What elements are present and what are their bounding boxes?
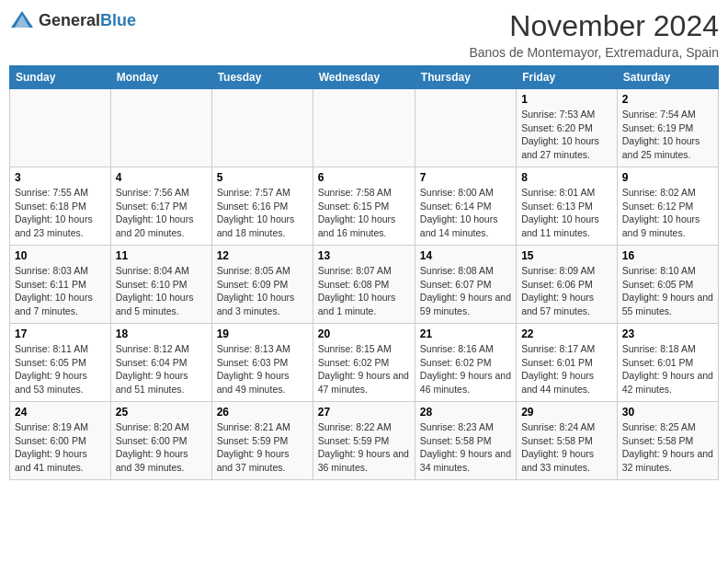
col-header-thursday: Thursday [415,66,516,89]
calendar-week-row: 1Sunrise: 7:53 AMSunset: 6:20 PMDaylight… [10,89,719,167]
day-number: 20 [318,327,410,340]
calendar-cell [313,89,415,167]
day-number: 1 [521,93,612,106]
day-info: Sunrise: 8:13 AMSunset: 6:03 PMDaylight:… [217,342,308,396]
day-info: Sunrise: 7:58 AMSunset: 6:15 PMDaylight:… [318,186,410,240]
month-title: November 2024 [469,9,719,43]
location-subtitle: Banos de Montemayor, Extremadura, Spain [469,45,719,60]
col-header-tuesday: Tuesday [211,66,313,89]
calendar-cell: 5Sunrise: 7:57 AMSunset: 6:16 PMDaylight… [211,167,313,246]
calendar-cell: 13Sunrise: 8:07 AMSunset: 6:08 PMDayligh… [313,246,415,324]
calendar-cell: 14Sunrise: 8:08 AMSunset: 6:07 PMDayligh… [415,246,516,324]
logo-blue: Blue [100,11,136,29]
calendar-cell: 26Sunrise: 8:21 AMSunset: 5:59 PMDayligh… [211,402,313,480]
day-info: Sunrise: 8:04 AMSunset: 6:10 PMDaylight:… [116,264,207,318]
day-number: 5 [217,171,308,184]
day-info: Sunrise: 8:20 AMSunset: 6:00 PMDaylight:… [116,420,207,475]
day-info: Sunrise: 7:53 AMSunset: 6:20 PMDaylight:… [521,108,612,162]
day-info: Sunrise: 8:15 AMSunset: 6:02 PMDaylight:… [318,342,410,396]
calendar-cell: 18Sunrise: 8:12 AMSunset: 6:04 PMDayligh… [110,324,211,402]
day-info: Sunrise: 8:00 AMSunset: 6:14 PMDaylight:… [420,186,511,240]
day-info: Sunrise: 7:55 AMSunset: 6:18 PMDaylight:… [15,186,106,240]
calendar-cell: 27Sunrise: 8:22 AMSunset: 5:59 PMDayligh… [313,402,415,480]
day-info: Sunrise: 8:10 AMSunset: 6:05 PMDaylight:… [622,264,713,318]
calendar-cell: 17Sunrise: 8:11 AMSunset: 6:05 PMDayligh… [10,324,111,402]
calendar-cell: 12Sunrise: 8:05 AMSunset: 6:09 PMDayligh… [211,246,313,324]
day-number: 11 [116,249,207,262]
day-number: 12 [217,249,308,262]
day-number: 22 [521,327,612,340]
calendar-cell: 8Sunrise: 8:01 AMSunset: 6:13 PMDaylight… [517,167,618,246]
day-info: Sunrise: 8:02 AMSunset: 6:12 PMDaylight:… [622,186,713,240]
calendar-cell [211,89,313,167]
calendar-cell [110,89,211,167]
calendar-cell [10,89,111,167]
day-number: 3 [15,171,106,184]
calendar-week-row: 10Sunrise: 8:03 AMSunset: 6:11 PMDayligh… [10,246,719,324]
day-number: 25 [116,406,207,419]
col-header-friday: Friday [517,66,618,89]
calendar-cell: 3Sunrise: 7:55 AMSunset: 6:18 PMDaylight… [10,167,111,246]
day-info: Sunrise: 8:05 AMSunset: 6:09 PMDaylight:… [217,264,308,318]
calendar-cell: 1Sunrise: 7:53 AMSunset: 6:20 PMDaylight… [517,89,618,167]
day-info: Sunrise: 8:09 AMSunset: 6:06 PMDaylight:… [521,264,612,318]
day-info: Sunrise: 7:56 AMSunset: 6:17 PMDaylight:… [116,186,207,240]
calendar-cell: 21Sunrise: 8:16 AMSunset: 6:02 PMDayligh… [415,324,516,402]
calendar-cell: 9Sunrise: 8:02 AMSunset: 6:12 PMDaylight… [617,167,718,246]
day-number: 6 [318,171,410,184]
day-number: 7 [420,171,511,184]
calendar-cell: 20Sunrise: 8:15 AMSunset: 6:02 PMDayligh… [313,324,415,402]
day-number: 14 [420,249,511,262]
calendar-week-row: 17Sunrise: 8:11 AMSunset: 6:05 PMDayligh… [10,324,719,402]
calendar-cell: 4Sunrise: 7:56 AMSunset: 6:17 PMDaylight… [110,167,211,246]
calendar-cell: 28Sunrise: 8:23 AMSunset: 5:58 PMDayligh… [415,402,516,480]
calendar-cell: 30Sunrise: 8:25 AMSunset: 5:58 PMDayligh… [617,402,718,480]
col-header-monday: Monday [110,66,211,89]
day-number: 10 [15,249,106,262]
calendar-cell: 15Sunrise: 8:09 AMSunset: 6:06 PMDayligh… [517,246,618,324]
day-info: Sunrise: 8:23 AMSunset: 5:58 PMDaylight:… [420,420,511,475]
calendar-cell: 23Sunrise: 8:18 AMSunset: 6:01 PMDayligh… [617,324,718,402]
logo-icon [9,9,35,31]
day-info: Sunrise: 8:19 AMSunset: 6:00 PMDaylight:… [15,420,106,475]
day-number: 8 [521,171,612,184]
day-number: 19 [217,327,308,340]
day-info: Sunrise: 8:24 AMSunset: 5:58 PMDaylight:… [521,420,612,475]
calendar-cell: 7Sunrise: 8:00 AMSunset: 6:14 PMDaylight… [415,167,516,246]
col-header-wednesday: Wednesday [313,66,415,89]
day-number: 2 [622,93,713,106]
day-number: 30 [622,406,713,419]
day-number: 21 [420,327,511,340]
day-number: 27 [318,406,410,419]
day-info: Sunrise: 8:07 AMSunset: 6:08 PMDaylight:… [318,264,410,318]
day-number: 28 [420,406,511,419]
day-info: Sunrise: 7:57 AMSunset: 6:16 PMDaylight:… [217,186,308,240]
calendar-cell: 22Sunrise: 8:17 AMSunset: 6:01 PMDayligh… [517,324,618,402]
day-number: 29 [521,406,612,419]
day-number: 23 [622,327,713,340]
day-number: 4 [116,171,207,184]
day-info: Sunrise: 8:18 AMSunset: 6:01 PMDaylight:… [622,342,713,396]
calendar-week-row: 24Sunrise: 8:19 AMSunset: 6:00 PMDayligh… [10,402,719,480]
day-info: Sunrise: 8:25 AMSunset: 5:58 PMDaylight:… [622,420,713,475]
calendar-header-row: SundayMondayTuesdayWednesdayThursdayFrid… [10,66,719,89]
calendar-week-row: 3Sunrise: 7:55 AMSunset: 6:18 PMDaylight… [10,167,719,246]
day-number: 13 [318,249,410,262]
calendar-cell: 25Sunrise: 8:20 AMSunset: 6:00 PMDayligh… [110,402,211,480]
col-header-sunday: Sunday [10,66,111,89]
calendar-cell: 24Sunrise: 8:19 AMSunset: 6:00 PMDayligh… [10,402,111,480]
day-number: 16 [622,249,713,262]
day-number: 24 [15,406,106,419]
calendar-cell: 2Sunrise: 7:54 AMSunset: 6:19 PMDaylight… [617,89,718,167]
day-info: Sunrise: 8:01 AMSunset: 6:13 PMDaylight:… [521,186,612,240]
calendar-cell: 16Sunrise: 8:10 AMSunset: 6:05 PMDayligh… [617,246,718,324]
day-number: 18 [116,327,207,340]
day-info: Sunrise: 8:22 AMSunset: 5:59 PMDaylight:… [318,420,410,475]
day-number: 26 [217,406,308,419]
calendar-table: SundayMondayTuesdayWednesdayThursdayFrid… [9,65,719,480]
col-header-saturday: Saturday [617,66,718,89]
day-number: 17 [15,327,106,340]
day-info: Sunrise: 8:11 AMSunset: 6:05 PMDaylight:… [15,342,106,396]
day-info: Sunrise: 8:03 AMSunset: 6:11 PMDaylight:… [15,264,106,318]
day-info: Sunrise: 8:16 AMSunset: 6:02 PMDaylight:… [420,342,511,396]
